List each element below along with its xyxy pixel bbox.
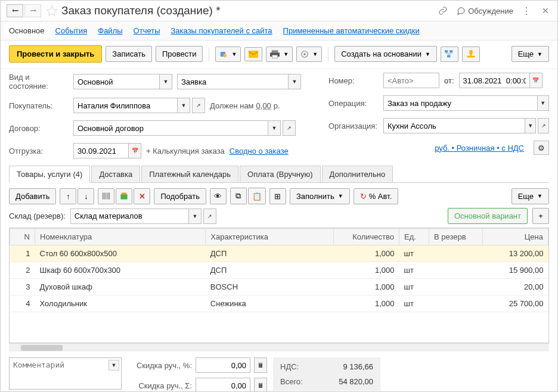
buyer-dropdown-icon[interactable]: ▼ xyxy=(177,98,190,113)
number-label: Номер: xyxy=(328,76,379,85)
link-events[interactable]: События xyxy=(55,26,88,35)
operation-input[interactable] xyxy=(383,95,537,111)
comment-input[interactable] xyxy=(9,357,122,390)
save-button[interactable]: Записать xyxy=(106,46,152,62)
store-dropdown-icon[interactable]: ▼ xyxy=(188,209,202,224)
calc-link[interactable]: + Калькуляция заказа xyxy=(146,147,225,155)
state-input[interactable] xyxy=(177,74,288,89)
more-menu-icon[interactable]: ⋮ xyxy=(520,5,532,17)
post-button[interactable]: Провести xyxy=(156,46,203,62)
cancel-row-button[interactable]: ✕ xyxy=(134,188,150,204)
add-variant-button[interactable]: + xyxy=(532,208,549,224)
link-auto-discounts[interactable]: Примененные автоматические скидки xyxy=(283,26,420,35)
org-input[interactable] xyxy=(383,118,525,133)
calc-pct-icon[interactable]: 🖩 xyxy=(254,357,267,373)
discuss-button[interactable]: Обсуждение xyxy=(456,6,513,15)
copy-button[interactable]: ⧉ xyxy=(230,188,247,204)
th-char[interactable]: Характеристика xyxy=(206,229,334,245)
th-n[interactable]: N xyxy=(10,229,35,245)
contract-open-icon[interactable]: ↗ xyxy=(283,120,296,136)
more-label: Еще xyxy=(518,49,534,58)
window-title: Заказ покупателя (создание) * xyxy=(61,4,437,17)
currency-config-icon[interactable]: ⚙ xyxy=(534,141,549,155)
table-row[interactable]: 2Шкаф 60 600х700х300ДСП1,000шт15 900,00 xyxy=(10,262,548,279)
table-row[interactable]: 4ХолодильникСнежинка1,000шт25 700,00 xyxy=(10,295,548,312)
fill-button[interactable]: Заполнить▼ xyxy=(290,188,350,204)
org-open-icon[interactable]: ↗ xyxy=(538,118,549,133)
contract-dropdown-icon[interactable]: ▼ xyxy=(268,120,281,136)
th-reserve[interactable]: В резерв xyxy=(429,229,483,245)
move-up-button[interactable]: ↑ xyxy=(60,188,76,204)
variant-button[interactable]: Основной вариант xyxy=(448,208,528,224)
package-button[interactable] xyxy=(116,188,132,204)
number-input[interactable] xyxy=(383,73,439,88)
favorite-star-icon[interactable] xyxy=(46,5,58,17)
more-button[interactable]: Еще▼ xyxy=(512,46,549,62)
ship-calendar-icon[interactable]: 📅 xyxy=(128,143,141,158)
buyer-open-icon[interactable]: ↗ xyxy=(192,98,205,113)
store-input[interactable] xyxy=(70,209,188,224)
tab-payment[interactable]: Оплата (Вручную) xyxy=(240,166,320,182)
th-unit[interactable]: Ед. xyxy=(399,229,429,245)
svg-rect-18 xyxy=(121,194,128,199)
tab-additional[interactable]: Дополнительно xyxy=(322,166,393,182)
th-qty[interactable]: Количество xyxy=(334,229,399,245)
table-props-button[interactable]: ⊞ xyxy=(269,188,286,204)
tab-delivery[interactable]: Доставка xyxy=(91,166,140,182)
nav-forward-button[interactable]: 🠖 xyxy=(24,4,41,17)
link-files[interactable]: Файлы xyxy=(98,26,122,35)
link-icon[interactable] xyxy=(437,5,449,17)
table-row[interactable]: 1Стол 60 600х800х500ДСП1,000шт13 200,00 xyxy=(10,245,548,262)
link-main[interactable]: Основное xyxy=(4,24,49,38)
barcode-button[interactable] xyxy=(98,188,114,204)
kind-dropdown-icon[interactable]: ▼ xyxy=(159,74,172,89)
tabs: Товары, услуги (4) Доставка Платежный ка… xyxy=(9,166,549,183)
add-row-button[interactable]: Добавить xyxy=(9,188,56,204)
th-price[interactable]: Цена xyxy=(483,229,548,245)
table-more-button[interactable]: Еще▼ xyxy=(512,188,549,204)
form-area: Вид и состояние: ▼ ▼ Покупатель: ▼↗ Долж… xyxy=(1,69,557,162)
discount-pct-input[interactable] xyxy=(196,357,250,373)
org-dropdown-icon[interactable]: ▼ xyxy=(525,118,536,133)
operation-dropdown-icon[interactable]: ▼ xyxy=(537,95,549,111)
create-based-button[interactable]: Создать на основании▼ xyxy=(334,46,437,62)
pick-button[interactable]: Подобрать xyxy=(154,188,206,204)
stamp-button[interactable] xyxy=(462,46,480,62)
table-row[interactable]: 3Духовой шкафBOSCH1,000шт20,00 xyxy=(10,279,548,295)
buyer-input[interactable] xyxy=(73,98,177,113)
contract-input[interactable] xyxy=(73,120,268,136)
link-site-orders[interactable]: Заказы покупателей с сайта xyxy=(171,26,272,35)
email-button[interactable] xyxy=(244,47,262,61)
post-and-close-button[interactable]: Провести и закрыть xyxy=(9,45,102,63)
vat-label: НДС: xyxy=(280,362,299,371)
view-button[interactable]: 👁 xyxy=(210,188,227,204)
attach-button[interactable]: ▼ xyxy=(215,46,241,62)
comment-dropdown-icon[interactable]: ▼ xyxy=(108,360,119,371)
nav-back-button[interactable]: 🠔 xyxy=(7,4,23,17)
tab-pay-calendar[interactable]: Платежный календарь xyxy=(141,166,238,182)
close-button[interactable]: ✕ xyxy=(540,5,551,17)
state-dropdown-icon[interactable]: ▼ xyxy=(288,74,301,89)
paste-button[interactable]: 📋 xyxy=(248,188,266,204)
summary-link[interactable]: Сводно о заказе xyxy=(230,147,289,155)
move-down-button[interactable]: ↓ xyxy=(78,188,94,204)
ship-date-input[interactable] xyxy=(73,143,128,158)
kind-input[interactable] xyxy=(73,74,159,89)
horizontal-scrollbar[interactable] xyxy=(9,343,549,351)
store-open-icon[interactable]: ↗ xyxy=(203,209,216,224)
discount-sum-input[interactable] xyxy=(196,378,250,392)
link-reports[interactable]: Отчеты xyxy=(134,26,160,35)
pct-auto-button[interactable]: ↻ % Авт. xyxy=(354,188,399,204)
currency-link[interactable]: руб. • Розничная • с НДС xyxy=(435,144,524,153)
date-calendar-icon[interactable]: 📅 xyxy=(529,73,542,88)
print-button[interactable]: ▼ xyxy=(266,46,293,62)
tab-goods[interactable]: Товары, услуги (4) xyxy=(9,166,90,183)
date-input[interactable] xyxy=(459,73,529,88)
cell-qty: 1,000 xyxy=(334,262,399,279)
calc-sum-icon[interactable]: 🖩 xyxy=(254,378,267,392)
cell-char: BOSCH xyxy=(206,279,334,295)
discount-pct-label: Скидка руч., %: xyxy=(128,361,192,370)
structure-button[interactable]: ▼ xyxy=(296,46,322,62)
th-nomen[interactable]: Номенклатура xyxy=(35,229,206,245)
subordination-button[interactable] xyxy=(441,46,458,62)
